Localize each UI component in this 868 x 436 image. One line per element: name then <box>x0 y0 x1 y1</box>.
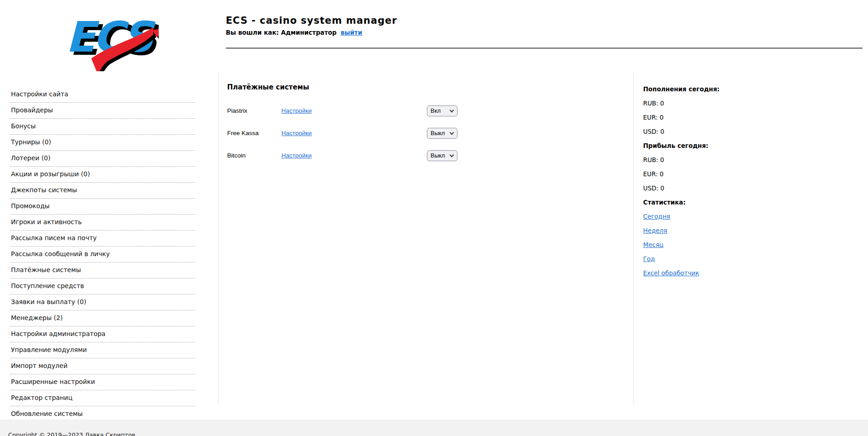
deposit-value: EUR: 0 <box>643 110 835 125</box>
sidebar-item[interactable]: Платёжные системы <box>10 263 195 278</box>
ecs-logo-image: ECS ECS <box>63 7 159 71</box>
payment-status-select[interactable]: ВклВыкл <box>427 105 457 116</box>
sidebar-item[interactable]: Рассылка сообщений в личку <box>10 247 195 263</box>
page-title: ECS - casino system manager <box>226 15 397 26</box>
ecs-logo: ECS ECS <box>63 7 159 73</box>
sidebar-item-label: Обновление системы <box>11 410 83 417</box>
sidebar-item[interactable]: Турниры (0) <box>10 135 195 151</box>
deposits-heading: Пополнения сегодня: <box>643 82 835 96</box>
sidebar-item-label: Заявки на выплату (0) <box>11 298 86 305</box>
footer: Copyright © 2019—2023 Лавка Скриптов <box>0 420 868 436</box>
deposit-value: USD: 0 <box>643 125 835 139</box>
header: ECS - casino system manager Вы вошли как… <box>226 15 397 36</box>
right-content-divider <box>633 72 634 404</box>
sidebar-item-label: Джекпоты системы <box>11 186 77 194</box>
sidebar-item[interactable]: Импорт модулей <box>10 358 195 374</box>
sidebar-item-label: Игроки и активность <box>11 218 82 226</box>
sidebar-item-label: Провайдеры <box>11 106 53 114</box>
payment-status-select[interactable]: ВклВыкл <box>427 150 457 161</box>
sidebar-item-label: Платёжные системы <box>11 266 81 273</box>
statistics-link[interactable]: Месяц <box>643 238 664 252</box>
statistics-links: Сегодня Неделя Месяц Год Excel обработчи… <box>643 210 835 280</box>
deposit-value: RUB: 0 <box>643 96 835 110</box>
sidebar-item[interactable]: Рассылка писем на почту <box>10 231 195 247</box>
payment-rows: Piastrix Настройки ВклВыкл Free Kassa На… <box>227 100 619 167</box>
statistics-link[interactable]: Год <box>643 252 655 266</box>
sidebar-item-label: Поступление средств <box>11 282 84 289</box>
sidebar-item[interactable]: Провайдеры <box>10 103 195 119</box>
statistics-link[interactable]: Excel обработчик <box>643 266 699 280</box>
sidebar-item-label: Бонусы <box>11 122 36 130</box>
section-heading: Платёжные системы <box>227 83 619 91</box>
sidebar-item[interactable]: Управление модулями <box>10 342 195 358</box>
payment-status-select-wrap: ВклВыкл <box>427 128 457 139</box>
sidebar-item[interactable]: Настройки администратора <box>10 326 195 342</box>
payment-settings-link[interactable]: Настройки <box>281 152 312 159</box>
sidebar-item[interactable]: Бонусы <box>10 119 195 135</box>
login-status: Вы вошли как: Администратор выйти <box>226 29 397 36</box>
payment-row: Piastrix Настройки ВклВыкл <box>227 100 619 122</box>
profit-value: EUR: 0 <box>643 167 835 181</box>
sidebar-item[interactable]: Расширенные настройки <box>10 374 195 390</box>
sidebar-item[interactable]: Игроки и активность <box>10 215 195 231</box>
payment-systems-panel: Платёжные системы Piastrix Настройки Вкл… <box>227 83 619 167</box>
payment-status-select-wrap: ВклВыкл <box>427 150 457 161</box>
payment-row: Bitcoin Настройки ВклВыкл <box>227 144 619 167</box>
sidebar-item-label: Рассылка сообщений в личку <box>11 250 110 257</box>
sidebar-item-label: Расширенные настройки <box>11 378 95 385</box>
sidebar-item-label: Менеджеры (2) <box>11 314 63 321</box>
sidebar-item-label: Импорт модулей <box>11 362 68 369</box>
sidebar-item-label: Настройки администратора <box>11 330 105 337</box>
sidebar-item-label: Акции и розыгрыши (0) <box>11 170 90 178</box>
admin-page: ECS ECS ECS - casino system manager Вы в… <box>0 0 868 436</box>
statistics-heading: Статистика: <box>643 195 835 210</box>
sidebar-item[interactable]: Менеджеры (2) <box>10 310 195 326</box>
payment-status-select-wrap: ВклВыкл <box>427 105 457 116</box>
profit-heading: Прибыль сегодня: <box>643 139 835 153</box>
sidebar-item-label: Рассылка писем на почту <box>11 234 97 242</box>
logout-link[interactable]: выйти <box>341 29 363 36</box>
left-content-divider <box>218 72 218 404</box>
profit-value: RUB: 0 <box>643 153 835 167</box>
payment-settings-link[interactable]: Настройки <box>281 107 312 114</box>
payment-settings-link[interactable]: Настройки <box>281 130 312 137</box>
payment-status-select[interactable]: ВклВыкл <box>427 128 457 139</box>
sidebar-item[interactable]: Джекпоты системы <box>10 183 195 199</box>
sidebar-item[interactable]: Акции и розыгрыши (0) <box>10 167 195 183</box>
payment-name: Free Kassa <box>227 130 281 137</box>
statistics-link[interactable]: Сегодня <box>643 210 670 224</box>
profit-value: USD: 0 <box>643 181 835 195</box>
sidebar-item-label: Турниры (0) <box>11 138 51 146</box>
sidebar-item-label: Лотереи (0) <box>11 154 51 162</box>
deposits-values: RUB: 0 EUR: 0 USD: 0 <box>643 96 835 139</box>
sidebar-item[interactable]: Настройки сайта <box>10 87 195 103</box>
sidebar-item[interactable]: Поступление средств <box>10 278 195 294</box>
sidebar-item[interactable]: Лотереи (0) <box>10 151 195 167</box>
payment-row: Free Kassa Настройки ВклВыкл <box>227 122 619 144</box>
stats-panel: Пополнения сегодня: RUB: 0 EUR: 0 USD: 0… <box>643 82 835 280</box>
sidebar-item[interactable]: Заявки на выплату (0) <box>10 294 195 310</box>
sidebar-item-label: Управление модулями <box>11 346 87 353</box>
copyright-text: Copyright © 2019—2023 Лавка Скриптов <box>8 431 135 436</box>
payment-name: Piastrix <box>227 107 281 114</box>
sidebar-item[interactable]: Промокоды <box>10 199 195 215</box>
sidebar-item[interactable]: Редактор страниц <box>10 390 195 406</box>
login-label: Вы вошли как: Администратор <box>226 29 337 36</box>
payment-name: Bitcoin <box>227 152 281 159</box>
sidebar-item-label: Редактор страниц <box>11 394 73 401</box>
sidebar-item-label: Настройки сайта <box>11 90 68 98</box>
sidebar-nav: Настройки сайта Провайдеры Бонусы Турнир… <box>10 87 195 422</box>
statistics-link[interactable]: Неделя <box>643 224 667 238</box>
header-divider <box>226 47 863 49</box>
sidebar-item-label: Промокоды <box>11 202 50 210</box>
profit-values: RUB: 0 EUR: 0 USD: 0 <box>643 153 835 195</box>
